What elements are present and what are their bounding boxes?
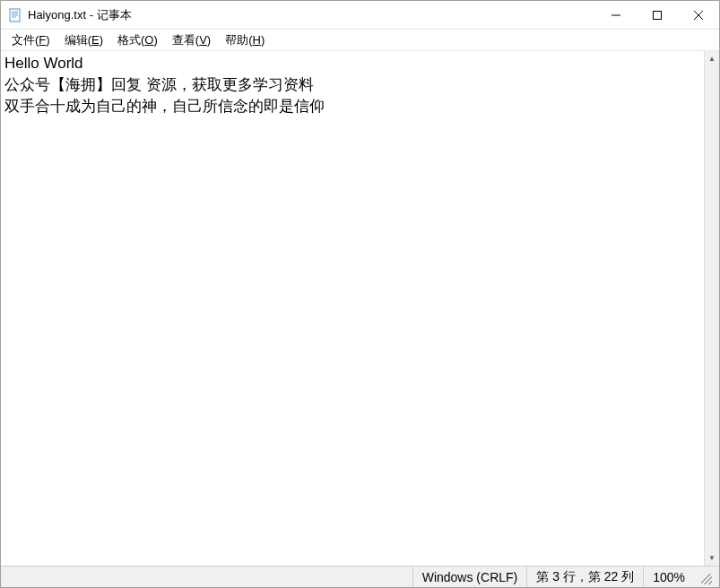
maximize-icon [653, 11, 662, 20]
notepad-icon [8, 8, 22, 22]
resize-grip-icon[interactable] [698, 570, 712, 584]
close-icon [694, 11, 703, 20]
menu-help[interactable]: 帮助(H) [218, 30, 272, 50]
minimize-button[interactable] [595, 1, 637, 29]
window-controls [595, 1, 719, 29]
menu-edit[interactable]: 编辑(E) [57, 30, 110, 50]
titlebar: Haiyong.txt - 记事本 [1, 1, 719, 30]
statusbar: Windows (CRLF) 第 3 行，第 22 列 100% [1, 566, 719, 587]
vertical-scrollbar[interactable]: ▲ ▼ [704, 51, 719, 566]
svg-rect-6 [654, 11, 662, 19]
menu-view[interactable]: 查看(V) [165, 30, 218, 50]
content-area: ▲ ▼ [1, 51, 719, 566]
scroll-up-arrow-icon[interactable]: ▲ [705, 51, 719, 66]
status-zoom: 100% [643, 566, 694, 587]
close-button[interactable] [678, 1, 719, 29]
scroll-down-arrow-icon[interactable]: ▼ [705, 550, 719, 566]
status-cursor-position: 第 3 行，第 22 列 [526, 566, 643, 587]
maximize-button[interactable] [637, 1, 678, 29]
notepad-window: Haiyong.txt - 记事本 文件(F) 编辑(E) [0, 0, 720, 588]
menu-format[interactable]: 格式(O) [110, 30, 165, 50]
minimize-icon [612, 11, 620, 20]
status-encoding: Windows (CRLF) [412, 566, 527, 587]
menubar: 文件(F) 编辑(E) 格式(O) 查看(V) 帮助(H) [1, 30, 719, 51]
window-title: Haiyong.txt - 记事本 [28, 7, 595, 23]
text-editor[interactable] [1, 51, 704, 566]
menu-file[interactable]: 文件(F) [4, 30, 57, 50]
